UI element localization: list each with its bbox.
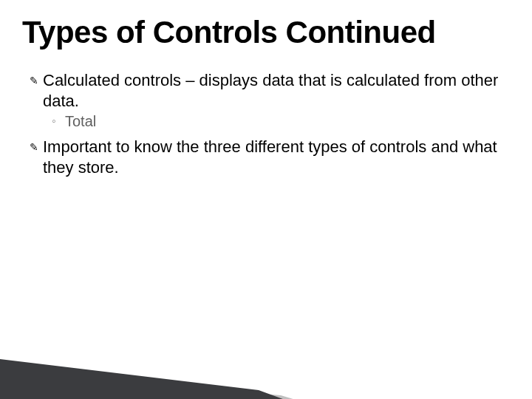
circle-icon: ◦ [52, 112, 65, 130]
slide-title: Types of Controls Continued [22, 15, 436, 50]
bullet-item: ✎ Calculated controls – displays data th… [30, 70, 502, 111]
slide: Types of Controls Continued ✎ Calculated… [0, 0, 532, 399]
bullet-text: Important to know the three different ty… [43, 137, 502, 177]
sub-bullet-text: Total [65, 112, 502, 131]
svg-marker-0 [0, 369, 318, 399]
svg-marker-1 [0, 355, 303, 399]
slide-body: ✎ Calculated controls – displays data th… [30, 70, 502, 179]
pencil-icon: ✎ [30, 70, 43, 91]
pencil-icon: ✎ [30, 137, 43, 157]
sub-bullet-item: ◦ Total [52, 112, 502, 131]
bullet-text: Calculated controls – displays data that… [43, 70, 502, 111]
corner-accent-shape [0, 355, 318, 399]
bullet-item: ✎ Important to know the three different … [30, 137, 502, 177]
